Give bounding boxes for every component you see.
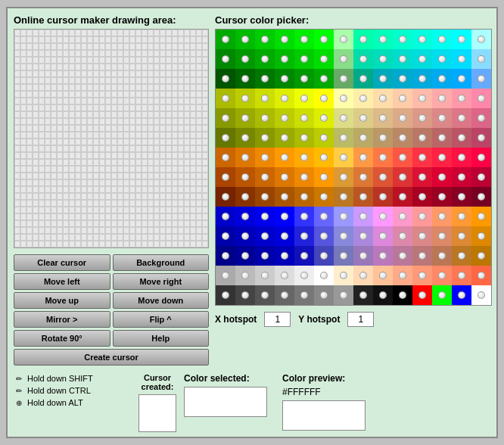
color-cell[interactable] bbox=[432, 148, 452, 167]
grid-cell[interactable] bbox=[160, 186, 166, 193]
grid-cell[interactable] bbox=[93, 77, 99, 84]
grid-cell[interactable] bbox=[33, 152, 39, 159]
grid-cell[interactable] bbox=[87, 200, 93, 207]
color-cell[interactable] bbox=[373, 266, 393, 285]
grid-cell[interactable] bbox=[142, 91, 148, 98]
grid-cell[interactable] bbox=[166, 84, 172, 91]
grid-cell[interactable] bbox=[39, 207, 45, 213]
grid-cell[interactable] bbox=[33, 173, 39, 179]
grid-cell[interactable] bbox=[184, 50, 190, 57]
grid-cell[interactable] bbox=[45, 91, 51, 98]
grid-cell[interactable] bbox=[75, 77, 81, 84]
grid-cell[interactable] bbox=[20, 50, 26, 57]
grid-cell[interactable] bbox=[57, 213, 63, 220]
color-cell[interactable] bbox=[275, 187, 294, 207]
grid-cell[interactable] bbox=[26, 70, 33, 77]
color-cell[interactable] bbox=[275, 128, 294, 148]
grid-cell[interactable] bbox=[148, 179, 154, 186]
grid-cell[interactable] bbox=[26, 207, 33, 213]
grid-cell[interactable] bbox=[75, 118, 81, 125]
grid-cell[interactable] bbox=[154, 30, 160, 36]
grid-cell[interactable] bbox=[178, 213, 184, 220]
grid-cell[interactable] bbox=[123, 77, 129, 84]
grid-cell[interactable] bbox=[45, 132, 51, 138]
grid-cell[interactable] bbox=[202, 104, 208, 111]
grid-cell[interactable] bbox=[81, 227, 87, 234]
grid-cell[interactable] bbox=[184, 30, 190, 36]
grid-cell[interactable] bbox=[172, 64, 178, 70]
grid-cell[interactable] bbox=[99, 207, 105, 213]
grid-cell[interactable] bbox=[26, 125, 33, 132]
grid-cell[interactable] bbox=[154, 57, 160, 64]
color-cell[interactable] bbox=[471, 128, 491, 148]
grid-cell[interactable] bbox=[111, 125, 117, 132]
grid-cell[interactable] bbox=[178, 186, 184, 193]
grid-cell[interactable] bbox=[93, 145, 99, 152]
grid-cell[interactable] bbox=[57, 70, 63, 77]
grid-cell[interactable] bbox=[51, 77, 57, 84]
grid-cell[interactable] bbox=[51, 234, 57, 241]
grid-cell[interactable] bbox=[14, 43, 20, 50]
grid-cell[interactable] bbox=[172, 125, 178, 132]
grid-cell[interactable] bbox=[20, 220, 26, 227]
grid-cell[interactable] bbox=[99, 30, 105, 36]
grid-cell[interactable] bbox=[99, 159, 105, 166]
grid-cell[interactable] bbox=[111, 30, 117, 36]
color-cell[interactable] bbox=[216, 187, 235, 207]
color-cell[interactable] bbox=[373, 226, 393, 246]
grid-cell[interactable] bbox=[172, 234, 178, 241]
grid-cell[interactable] bbox=[20, 70, 26, 77]
grid-cell[interactable] bbox=[117, 111, 123, 118]
color-cell[interactable] bbox=[314, 30, 334, 49]
color-cell[interactable] bbox=[452, 187, 471, 207]
grid-cell[interactable] bbox=[81, 132, 87, 138]
grid-cell[interactable] bbox=[45, 70, 51, 77]
grid-cell[interactable] bbox=[129, 166, 135, 173]
grid-cell[interactable] bbox=[87, 193, 93, 200]
grid-cell[interactable] bbox=[57, 132, 63, 138]
grid-cell[interactable] bbox=[148, 30, 154, 36]
grid-cell[interactable] bbox=[135, 173, 142, 179]
grid-cell[interactable] bbox=[111, 193, 117, 200]
grid-cell[interactable] bbox=[160, 227, 166, 234]
grid-cell[interactable] bbox=[190, 70, 196, 77]
grid-cell[interactable] bbox=[45, 179, 51, 186]
grid-cell[interactable] bbox=[33, 64, 39, 70]
grid-cell[interactable] bbox=[99, 179, 105, 186]
grid-cell[interactable] bbox=[117, 145, 123, 152]
color-cell[interactable] bbox=[314, 226, 334, 246]
grid-cell[interactable] bbox=[93, 98, 99, 104]
grid-cell[interactable] bbox=[166, 193, 172, 200]
color-cell[interactable] bbox=[216, 69, 235, 89]
grid-cell[interactable] bbox=[105, 57, 111, 64]
grid-cell[interactable] bbox=[75, 98, 81, 104]
grid-cell[interactable] bbox=[87, 57, 93, 64]
grid-cell[interactable] bbox=[154, 220, 160, 227]
grid-cell[interactable] bbox=[142, 220, 148, 227]
grid-cell[interactable] bbox=[99, 64, 105, 70]
grid-cell[interactable] bbox=[81, 84, 87, 91]
color-cell[interactable] bbox=[294, 89, 314, 108]
color-cell[interactable] bbox=[294, 266, 314, 285]
color-cell[interactable] bbox=[216, 226, 235, 246]
grid-cell[interactable] bbox=[57, 57, 63, 64]
color-cell[interactable] bbox=[412, 49, 432, 69]
color-cell[interactable] bbox=[216, 148, 235, 167]
grid-cell[interactable] bbox=[51, 64, 57, 70]
grid-cell[interactable] bbox=[81, 57, 87, 64]
grid-cell[interactable] bbox=[39, 138, 45, 145]
grid-cell[interactable] bbox=[51, 213, 57, 220]
drawing-canvas[interactable] bbox=[14, 29, 209, 248]
grid-cell[interactable] bbox=[63, 36, 69, 43]
grid-cell[interactable] bbox=[129, 125, 135, 132]
color-cell[interactable] bbox=[275, 207, 294, 226]
grid-cell[interactable] bbox=[57, 159, 63, 166]
grid-cell[interactable] bbox=[63, 179, 69, 186]
color-cell[interactable] bbox=[235, 108, 255, 128]
grid-cell[interactable] bbox=[123, 200, 129, 207]
grid-cell[interactable] bbox=[178, 220, 184, 227]
grid-cell[interactable] bbox=[87, 145, 93, 152]
color-cell[interactable] bbox=[432, 226, 452, 246]
color-cell[interactable] bbox=[314, 89, 334, 108]
color-cell[interactable] bbox=[314, 108, 334, 128]
